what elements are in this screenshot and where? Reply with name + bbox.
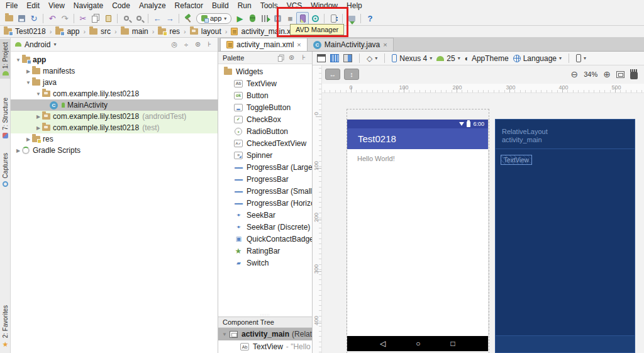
coverage-icon[interactable] — [258, 12, 271, 25]
tree-row-manifests[interactable]: ▶ manifests — [11, 65, 218, 77]
profile-icon[interactable] — [271, 12, 284, 25]
palette-group-widgets[interactable]: Widgets — [218, 65, 312, 77]
device-monitor-icon[interactable] — [309, 12, 321, 25]
tool-window-favorites[interactable]: 2: Favorites ★ — [0, 302, 11, 352]
project-view-selector[interactable]: Android — [25, 40, 50, 49]
tool-window-project[interactable]: 1: Project — [0, 39, 11, 79]
both-views-icon[interactable] — [343, 54, 352, 62]
tab-activity-main-xml[interactable]: activity_main.xml × — [220, 38, 308, 51]
theme-select[interactable]: ◐ AppTheme — [465, 54, 509, 63]
hide-panel-icon[interactable]: ⊦ — [300, 53, 308, 62]
gear-icon[interactable]: ⊛ — [193, 40, 203, 48]
paste-icon[interactable] — [102, 12, 114, 25]
api-select[interactable]: 25 ▾ — [436, 54, 460, 63]
close-icon[interactable]: × — [383, 41, 387, 48]
run-icon[interactable]: ▶ — [233, 12, 246, 25]
preview-content[interactable]: Hello World! — [347, 149, 488, 336]
palette-item-seekbar[interactable]: ·●· SeekBar — [218, 209, 312, 221]
palette-item-progressbar-horizontal[interactable]: ▬▬ ProgressBar (Horizontal) — [218, 197, 312, 209]
device-select[interactable]: Nexus 4 ▾ — [392, 54, 432, 63]
tree-row-res[interactable]: ▶ res — [11, 133, 218, 145]
resize-horizontal-button[interactable]: ↔ — [325, 69, 340, 80]
undo-icon[interactable]: ↶ — [46, 12, 58, 25]
target-device-select[interactable]: ▾ — [576, 54, 586, 62]
copy-icon[interactable] — [89, 12, 102, 25]
back-icon[interactable]: ← — [151, 12, 164, 25]
palette-item-button[interactable]: ok Button — [218, 89, 312, 101]
design-view-icon[interactable] — [317, 54, 326, 62]
expand-arrow-icon[interactable]: ▼ — [14, 57, 22, 63]
forward-icon[interactable]: → — [164, 12, 176, 25]
menu-view[interactable]: View — [44, 1, 69, 10]
menu-tools[interactable]: Tools — [256, 1, 282, 10]
zoom-in-icon[interactable]: ⊕ — [603, 69, 611, 79]
tool-window-captures[interactable]: Captures — [0, 150, 11, 190]
expand-arrow-icon[interactable]: ▼ — [25, 80, 32, 86]
resize-vertical-button[interactable]: ↕ — [344, 69, 359, 80]
blueprint-textview[interactable]: TextView — [501, 155, 532, 165]
palette-item-radiobutton[interactable]: ● RadioButton — [218, 125, 312, 137]
palette-item-progressbar-large[interactable]: ▬▬ ProgressBar (Large) — [218, 161, 312, 173]
palette-item-togglebutton[interactable]: ▂ ToggleButton — [218, 101, 312, 113]
component-row-textview[interactable]: Ab TextView - "Hello W — [218, 340, 312, 353]
orientation-select[interactable]: ◇ ▾ — [367, 54, 377, 63]
language-select[interactable]: Language ▾ — [513, 54, 562, 63]
palette-item-spinner[interactable]: ≡ Spinner — [218, 149, 312, 161]
menu-navigate[interactable]: Navigate — [69, 1, 108, 10]
palette-item-checkedtextview[interactable]: A✓ CheckedTextView — [218, 137, 312, 149]
menu-edit[interactable]: Edit — [22, 1, 44, 10]
breadcrumb-src[interactable]: src — [89, 27, 111, 36]
menu-run[interactable]: Run — [233, 1, 256, 10]
locate-icon[interactable]: ◎ — [169, 40, 179, 48]
menu-refactor[interactable]: Refactor — [170, 1, 208, 10]
tree-row-gradle[interactable]: ▶ Gradle Scripts — [11, 145, 218, 156]
zoom-out-icon[interactable]: ⊖ — [571, 69, 579, 79]
palette-item-seekbar-discrete[interactable]: ·●· SeekBar (Discrete) — [218, 221, 312, 233]
tab-mainactivity-java[interactable]: C MainActivity.java × — [308, 38, 394, 51]
breadcrumb-project[interactable]: Test0218 — [4, 27, 46, 36]
expand-arrow-icon[interactable]: ▼ — [221, 332, 228, 337]
collapse-arrow-icon[interactable]: ▶ — [25, 69, 32, 74]
breadcrumb-res[interactable]: res — [158, 27, 180, 36]
blueprint-view-icon[interactable] — [330, 54, 339, 62]
avd-manager-icon[interactable] — [296, 12, 309, 25]
collapse-arrow-icon[interactable]: ▶ — [35, 125, 42, 131]
hello-world-textview[interactable]: Hello World! — [357, 155, 395, 162]
replace-icon[interactable] — [133, 12, 145, 25]
hide-panel-icon[interactable]: ⊦ — [206, 40, 213, 48]
tree-row-androidtest[interactable]: ▶ com.example.lily.test0218 (androidTest… — [11, 111, 218, 122]
collapse-arrow-icon[interactable]: ▶ — [35, 114, 42, 120]
tree-row-package[interactable]: ▼ com.example.lily.test0218 — [11, 88, 218, 99]
menu-file[interactable]: File — [1, 1, 22, 10]
tree-row-test[interactable]: ▶ com.example.lily.test0218 (test) — [11, 122, 218, 133]
menu-build[interactable]: Build — [208, 1, 233, 10]
chevron-down-icon[interactable]: ▾ — [53, 42, 56, 47]
menu-help[interactable]: Help — [342, 1, 367, 10]
blueprint-view[interactable]: RelativeLayout activity_main TextView — [495, 119, 635, 353]
sync-icon[interactable]: ↻ — [28, 12, 40, 25]
palette-item-ratingbar[interactable]: ★ RatingBar — [218, 245, 312, 257]
menu-window[interactable]: Window — [306, 1, 342, 10]
cut-icon[interactable]: ✂ — [77, 12, 89, 25]
find-icon[interactable] — [120, 12, 133, 25]
pan-hand-icon[interactable] — [630, 72, 638, 79]
save-all-icon[interactable] — [15, 12, 28, 25]
menu-vcs[interactable]: VCS — [282, 1, 307, 10]
palette-item-progressbar[interactable]: ▬▬ ProgressBar — [218, 173, 312, 185]
help-icon[interactable]: ? — [364, 12, 376, 25]
tool-window-structure[interactable]: 7: Structure — [0, 94, 11, 142]
collapse-arrow-icon[interactable]: ▶ — [14, 148, 22, 154]
open-project-icon[interactable] — [3, 12, 15, 25]
breadcrumb-layout[interactable]: layout — [190, 27, 221, 36]
breadcrumb-file[interactable]: activity_main.xml — [231, 27, 298, 36]
preview-icon[interactable] — [278, 56, 282, 62]
menu-analyze[interactable]: Analyze — [135, 1, 170, 10]
gear-icon[interactable]: ⊛ — [287, 53, 296, 62]
palette-item-switch[interactable]: ▰ Switch — [218, 257, 312, 269]
tree-row-mainactivity[interactable]: C MainActivity — [11, 99, 218, 111]
layout-inspector-icon[interactable] — [327, 12, 340, 25]
expand-arrow-icon[interactable]: ▼ — [35, 91, 42, 97]
palette-item-textview[interactable]: Ab TextView — [218, 77, 312, 89]
menu-code[interactable]: Code — [108, 1, 135, 10]
collapse-all-icon[interactable]: ÷ — [182, 41, 190, 48]
